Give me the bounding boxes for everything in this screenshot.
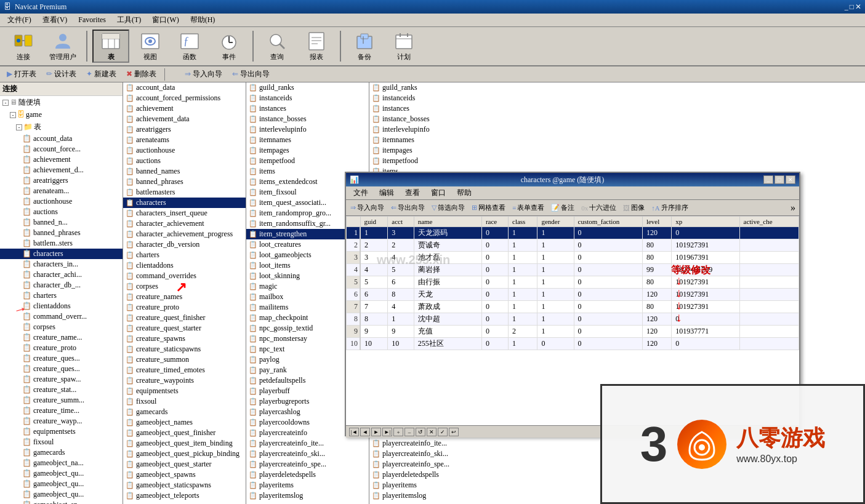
db-node[interactable]: - 🗄 game [0, 109, 123, 121]
new-table-btn[interactable]: ✦ 新建表 [82, 67, 121, 81]
cell-race[interactable]: 0 [481, 313, 508, 326]
cell-level[interactable]: 120 [642, 227, 671, 239]
import-wizard-btn[interactable]: ⇒ 导入向导 [180, 67, 227, 81]
schedule-button[interactable]: 计划 [385, 30, 422, 63]
table-col1-item[interactable]: 📋gameobject_spawns [123, 470, 246, 480]
table-col3-item[interactable]: 📋instanceids [369, 93, 865, 103]
col-xp[interactable]: xp [672, 217, 739, 227]
table-col1-item[interactable]: 📋character_achievement [123, 218, 246, 229]
cell-class[interactable]: 1 [509, 252, 537, 264]
cell-active-che[interactable] [739, 313, 799, 326]
table-col1-item[interactable]: 📋creature_quest_starter [123, 323, 246, 334]
maximize-btn[interactable]: □ [850, 2, 854, 12]
nav-discard-btn[interactable]: ↩ [449, 428, 459, 436]
cell-active-che[interactable] [739, 264, 799, 276]
sidebar-item[interactable]: 📋gameobject_sp... [0, 500, 123, 504]
table-col1-item[interactable]: 📋creature_proto [123, 302, 246, 313]
cell-active-che[interactable] [739, 301, 799, 313]
sidebar-item[interactable]: 📋creature_stat... [0, 385, 123, 395]
nav-prev-btn[interactable]: ◄ [360, 428, 370, 436]
sidebar-item[interactable]: 📋creature_time... [0, 406, 123, 416]
cell-guid[interactable]: 1 [360, 227, 388, 239]
sidebar-item[interactable]: 📋gameobject_qu... [0, 489, 123, 500]
col-custom-faction[interactable]: custom_faction [574, 217, 642, 227]
cell-gender[interactable]: 1 [537, 252, 574, 264]
cell-custom-faction[interactable]: 0 [574, 227, 642, 239]
cell-xp[interactable]: 101927391 [672, 301, 739, 313]
cell-custom-faction[interactable]: 0 [574, 338, 642, 350]
sidebar-item[interactable]: 📋gameobject_qu... [0, 479, 123, 489]
cell-class[interactable]: 1 [509, 313, 537, 326]
open-table-btn[interactable]: ▶ 打开表 [2, 67, 41, 81]
table-row[interactable]: 9 9 9 充值 0 2 1 0 120 101937771 [347, 326, 799, 338]
nav-add-btn[interactable]: + [393, 428, 403, 436]
sidebar-item[interactable]: 📋banned_n... [0, 217, 123, 228]
sidebar-item[interactable]: 📋equipmentsets [0, 426, 123, 437]
cell-acct[interactable]: 2 [388, 239, 414, 252]
cell-guid[interactable]: 7 [360, 301, 388, 313]
table-expand-icon[interactable]: - [16, 124, 22, 130]
cell-name[interactable]: 蔺岩择 [414, 264, 481, 276]
table-col2-item[interactable]: 📋playercreateinfo_spe... [246, 459, 369, 470]
sidebar-item[interactable]: 📋command_overr... [0, 311, 123, 322]
table-col1-item[interactable]: 📋gameobject_names [123, 417, 246, 428]
table-row[interactable]: 10 10 10 255社区 0 1 0 0 120 0 [347, 338, 799, 350]
cell-gender[interactable]: 0 [537, 338, 574, 350]
cell-custom-faction[interactable]: 0 [574, 313, 642, 326]
cell-race[interactable]: 0 [481, 338, 508, 350]
nav-next-btn[interactable]: ► [371, 428, 381, 436]
minimize-btn[interactable]: _ [845, 2, 848, 12]
sidebar-item[interactable]: 📋auctions [0, 207, 123, 217]
sidebar-item[interactable]: 📋gameobject_qu... [0, 468, 123, 479]
close-btn[interactable]: ✕ [855, 2, 861, 12]
table-col1-item[interactable]: 📋account_forced_permissions [123, 93, 246, 103]
cell-class[interactable]: 1 [509, 289, 537, 301]
cell-level[interactable]: 80 [642, 276, 671, 289]
menu-help[interactable]: 帮助(H) [185, 14, 220, 26]
cell-class[interactable]: 1 [509, 264, 537, 276]
cell-acct[interactable]: 8 [388, 289, 414, 301]
cell-level[interactable]: 120 [642, 326, 671, 338]
table-col1-item[interactable]: 📋clientaddons [123, 260, 246, 271]
col-gender[interactable]: gender [537, 217, 574, 227]
export-wizard-btn[interactable]: ⇐ 导出向导 [228, 67, 274, 81]
menu-window[interactable]: 窗口(W) [147, 14, 183, 26]
sidebar-item[interactable]: 📋character_achi... [0, 270, 123, 280]
table-row[interactable]: 7 7 4 萧政成 0 1 1 0 80 101927391 [347, 301, 799, 313]
menu-favorites[interactable]: Favorites [73, 14, 111, 26]
cell-custom-faction[interactable]: 0 [574, 239, 642, 252]
table-col1-item[interactable]: 📋account_data [123, 82, 246, 93]
table-row[interactable]: 8 8 1 沈中超 0 1 1 0 120 0 [347, 313, 799, 326]
table-col3-item[interactable]: 📋itempages [369, 145, 865, 156]
col-acct[interactable]: acct [388, 217, 414, 227]
chars-filter-btn[interactable]: ▽ 筛选向导 [428, 202, 468, 214]
chars-grid-btn[interactable]: ⊞ 网格查看 [469, 202, 509, 214]
table-col1-item[interactable]: 📋creature_quest_finisher [123, 313, 246, 323]
cell-level[interactable]: 80 [642, 252, 671, 264]
cell-xp[interactable]: 101927391 [672, 289, 739, 301]
cell-race[interactable]: 0 [481, 289, 508, 301]
cell-xp[interactable]: 101927391 [672, 276, 739, 289]
table-col1-item[interactable]: 📋banned_phrases [123, 177, 246, 187]
cell-race[interactable]: 0 [481, 227, 508, 239]
cell-gender[interactable]: 1 [537, 264, 574, 276]
table-node[interactable]: - 📁 表 [0, 121, 123, 134]
table-col1-item[interactable]: 📋creature_names [123, 292, 246, 302]
menu-tools[interactable]: 工具(T) [112, 14, 146, 26]
sidebar-item[interactable]: 📋account_data [0, 134, 123, 144]
cell-acct[interactable]: 4 [388, 301, 414, 313]
cell-gender[interactable]: 1 [537, 301, 574, 313]
table-col1-item[interactable]: 📋creature_waypoints [123, 375, 246, 386]
sidebar-item[interactable]: 📋account_force... [0, 144, 123, 154]
manage-users-button[interactable]: 管理用户 [44, 30, 81, 63]
cell-active-che[interactable] [739, 326, 799, 338]
connect-button[interactable]: 连接 [5, 30, 42, 63]
nav-last-btn[interactable]: ►| [382, 428, 392, 436]
table-col1-item[interactable]: 📋characters_insert_queue [123, 208, 246, 218]
table-row[interactable]: 3 3 4 池才磊 0 1 1 0 80 101967391 [347, 252, 799, 264]
chars-image-btn[interactable]: 🖼 图像 [620, 202, 648, 214]
nav-first-btn[interactable]: |◄ [349, 428, 359, 436]
table-col1-item[interactable]: 📋creature_timed_emotes [123, 365, 246, 375]
delete-table-btn[interactable]: ✖ 删除表 [122, 67, 161, 81]
cell-acct[interactable]: 5 [388, 264, 414, 276]
